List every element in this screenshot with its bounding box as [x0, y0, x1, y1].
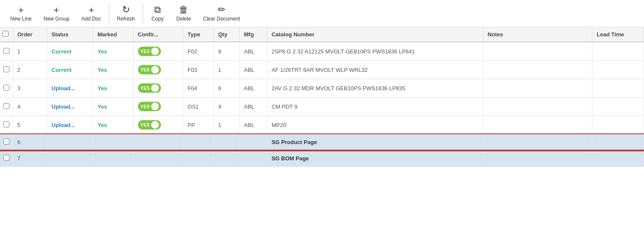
row-confirmed: YES .	[133, 116, 183, 134]
row-mfg: ABL	[240, 42, 267, 61]
add-doc-icon: ＋	[87, 5, 96, 15]
marked-label: Yes	[97, 103, 107, 110]
row-checkbox[interactable]	[3, 85, 9, 91]
row-order: 1	[13, 42, 47, 61]
table-row: 2CurrentYesYES .F031ABLAF 1/26TRT 6AR MV…	[0, 61, 644, 79]
row-type: OS1	[183, 97, 214, 116]
status-label: Upload...	[52, 85, 75, 91]
row-type	[183, 134, 214, 150]
row-checkbox[interactable]	[3, 66, 9, 72]
row-checkbox-cell	[0, 97, 13, 116]
row-confirmed: YES .	[133, 42, 183, 61]
row-status: Upload...	[47, 97, 93, 116]
col-header-type: Type	[183, 27, 214, 42]
row-notes	[483, 42, 592, 61]
clear-document-button[interactable]: ✏Clear Document	[197, 3, 246, 24]
row-checkbox[interactable]	[3, 121, 9, 127]
dot-separator: .	[161, 48, 164, 54]
dot-separator: .	[161, 66, 164, 73]
row-marked	[93, 134, 133, 150]
row-catalog-number: 2SP8 G 2 32 A12125 MVOLT GEB10PS PWS1836…	[267, 42, 483, 61]
yes-toggle[interactable]: YES	[138, 120, 161, 130]
row-checkbox[interactable]	[3, 155, 9, 161]
table-row: 3Upload...YesYES .F046ABL2AV G 2 32 MDR …	[0, 79, 644, 97]
yes-toggle-knob	[151, 121, 159, 129]
yes-toggle[interactable]: YES	[138, 102, 161, 111]
col-header-qty: Qty	[214, 27, 240, 42]
row-lead-time	[592, 79, 644, 97]
row-lead-time	[592, 150, 644, 167]
row-confirmed: YES .	[133, 61, 183, 79]
row-confirmed: YES .	[133, 79, 183, 97]
row-status: Upload...	[47, 116, 93, 134]
col-header-catalog-number: Catalog Number	[267, 27, 483, 42]
yes-toggle-knob	[151, 47, 159, 55]
col-header-lead-time: Lead Time	[592, 27, 644, 42]
marked-label: Yes	[97, 67, 107, 73]
row-catalog-number: 2AV G 2 32 MDR MVOLT GEB10PS PWS1836 LP8…	[267, 79, 483, 97]
table-container: OrderStatusMarkedConfir...TypeQtyMfgCata…	[0, 27, 644, 167]
row-catalog-number: CM PDT 9	[267, 97, 483, 116]
yes-toggle-knob	[151, 103, 159, 110]
row-marked	[93, 150, 133, 167]
refresh-button[interactable]: ↻Refresh	[111, 3, 141, 24]
toolbar-divider	[109, 3, 109, 24]
marked-label: Yes	[97, 122, 107, 128]
yes-toggle-knob	[151, 84, 159, 92]
yes-toggle[interactable]: YES	[138, 65, 161, 74]
delete-label: Delete	[176, 16, 191, 22]
dot-separator: .	[161, 121, 164, 128]
row-marked: Yes	[93, 42, 133, 61]
row-checkbox[interactable]	[3, 103, 9, 109]
row-status: Current	[47, 42, 93, 61]
row-qty: 9	[214, 42, 240, 61]
row-lead-time	[592, 97, 644, 116]
row-lead-time	[592, 134, 644, 150]
new-line-button[interactable]: ＋New Line	[4, 3, 38, 24]
col-header-mfg: Mfg	[240, 27, 267, 42]
col-header-checkbox	[0, 27, 13, 42]
row-marked: Yes	[93, 61, 133, 79]
col-header-notes: Notes	[483, 27, 592, 42]
row-mfg: ABL	[240, 79, 267, 97]
col-header-confir---: Confir...	[133, 27, 183, 42]
copy-button[interactable]: ⧉Copy	[145, 3, 170, 24]
yes-toggle[interactable]: YES	[138, 47, 161, 56]
add-doc-label: Add Doc	[82, 16, 101, 22]
new-group-button[interactable]: ＋New Group	[38, 3, 76, 24]
row-type: F02	[183, 42, 214, 61]
row-checkbox-cell	[0, 61, 13, 79]
row-qty: 1	[214, 61, 240, 79]
yes-toggle[interactable]: YES	[138, 83, 161, 93]
table-row: 5Upload...YesYES .PP1ABLMP20	[0, 116, 644, 134]
row-order: 4	[13, 97, 47, 116]
row-checkbox-cell	[0, 116, 13, 134]
row-catalog-number: SG BOM Page	[267, 150, 483, 167]
table-body: 1CurrentYesYES .F029ABL2SP8 G 2 32 A1212…	[0, 42, 644, 167]
row-notes	[483, 150, 592, 167]
row-notes	[483, 97, 592, 116]
row-qty	[214, 150, 240, 167]
toolbar-divider	[143, 3, 143, 24]
delete-button[interactable]: 🗑Delete	[170, 3, 197, 24]
new-line-icon: ＋	[16, 5, 26, 15]
row-checkbox-cell	[0, 150, 13, 167]
row-status: Upload...	[47, 79, 93, 97]
marked-label: Yes	[97, 48, 107, 55]
status-label: Upload...	[52, 103, 75, 110]
row-order: 5	[13, 116, 47, 134]
row-catalog-number: MP20	[267, 116, 483, 134]
row-type: PP	[183, 116, 214, 134]
select-all-checkbox[interactable]	[3, 31, 9, 37]
row-marked: Yes	[93, 116, 133, 134]
add-doc-button[interactable]: ＋Add Doc	[76, 3, 107, 24]
row-notes	[483, 61, 592, 79]
row-lead-time	[592, 61, 644, 79]
col-header-marked: Marked	[93, 27, 133, 42]
row-checkbox[interactable]	[3, 48, 9, 54]
row-mfg: ABL	[240, 61, 267, 79]
row-checkbox[interactable]	[3, 139, 9, 145]
main-table: OrderStatusMarkedConfir...TypeQtyMfgCata…	[0, 27, 644, 167]
row-qty: 6	[214, 79, 240, 97]
new-group-label: New Group	[44, 16, 70, 22]
